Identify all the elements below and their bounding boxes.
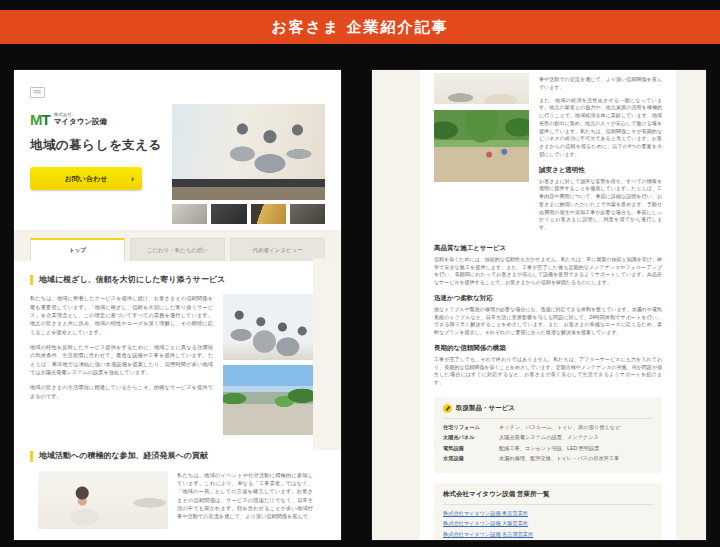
- paragraph: 地域の皆さまの生活環境に精通しているからこそ、的確なサービスを提供できるのです。: [30, 383, 213, 400]
- contact-button[interactable]: お問い合わせ ›: [30, 167, 142, 190]
- service-row: 水道設備 水漏れ修理、配管交換、トイレ・バスの排水管工事: [443, 455, 653, 462]
- chevron-right-icon: ›: [131, 174, 134, 184]
- hero-headline: 地域の暮らしを支える: [30, 137, 162, 154]
- conversation-photo-cropped: [434, 73, 529, 104]
- office-link-tokyo[interactable]: 株式会社マイタウン設備 東京営業所: [443, 510, 653, 517]
- subsection-speed: 迅速かつ柔軟な対応 急なトラブルや緊急の修理が必要な場合にも、迅速に対応できる体…: [434, 294, 662, 337]
- conversation-photo: [38, 471, 168, 529]
- tools-icon: [443, 404, 452, 413]
- article-page-right: 事や活動での交流を通じて、より深い信頼関係を育んでいます。 また、地域の経済を活…: [372, 70, 706, 540]
- service-label: 電気設備: [443, 445, 499, 452]
- article-content-left: 地域に根ざし、信頼を大切にした寄り添うサービス 私たちは、地域に密着したサービス…: [14, 261, 341, 529]
- tab-bar: トップ こだわり・私たちの想い 代表者インタビュー: [14, 230, 341, 261]
- service-row: 住宅リフォーム キッチン、バスルーム、トイレ、床の張り替えなど: [443, 424, 653, 431]
- office-link-nagoya[interactable]: 株式会社マイタウン設備 名古屋営業所: [443, 531, 653, 538]
- subsection-heading: 誠実さと透明性: [539, 166, 662, 175]
- header-banner: お客さま 企業紹介記事: [0, 10, 720, 44]
- callcenter-photo: [223, 294, 313, 360]
- tab-interview[interactable]: 代表者インタビュー: [230, 238, 325, 261]
- article-content-right: 事や活動での交流を通じて、より深い信頼関係を育んでいます。 また、地域の経済を活…: [420, 70, 676, 540]
- gallery-thumbnail[interactable]: [211, 204, 246, 224]
- screenshot-root: お客さま 企業紹介記事 PR MT 株式会社 マイタウン設備 地域の暮らしを支え…: [0, 0, 720, 547]
- company-logo[interactable]: MT 株式会社 マイタウン設備: [30, 112, 162, 127]
- section-local-service: 地域に根ざし、信頼を大切にした寄り添うサービス 私たちは、地域に密着したサービス…: [30, 275, 313, 435]
- pr-badge: PR: [30, 87, 45, 98]
- tab-top[interactable]: トップ: [30, 238, 125, 261]
- gallery-thumbnail[interactable]: [172, 204, 207, 224]
- office-link-osaka[interactable]: 株式会社マイタウン設備 大阪営業所: [443, 520, 653, 527]
- paragraph: お客さまに対して誠実な姿勢を持ち、すべての情報を透明に提供することを徹底していま…: [539, 178, 662, 232]
- paragraph: 私たちは、地域のイベントや社会活動に積極的に参加しています。これにより、単なる「…: [177, 471, 313, 522]
- contact-button-label: お問い合わせ: [65, 174, 108, 184]
- banner-title: お客さま 企業紹介記事: [271, 18, 448, 37]
- service-label: 住宅リフォーム: [443, 424, 499, 431]
- section-heading: 地域に根ざし、信頼を大切にした寄り添うサービス: [30, 275, 313, 285]
- offices-box-title: 株式会社マイタウン設備 営業所一覧: [443, 490, 653, 505]
- service-value: 水漏れ修理、配管交換、トイレ・バスの排水管工事: [499, 455, 619, 462]
- service-row: 太陽光パネル 太陽光発電システムの設置、メンテナンス: [443, 434, 653, 441]
- hero-photo: [172, 104, 325, 200]
- gallery-thumbnail[interactable]: [290, 204, 325, 224]
- paragraph: 地域の特性を反映したサービス提供をするために、地域ごとに異なる住環境の気候条件、…: [30, 343, 213, 376]
- services-box-title: 取扱製品・サービス: [456, 404, 515, 413]
- offices-box: 株式会社マイタウン設備 営業所一覧 株式会社マイタウン設備 東京営業所 株式会社…: [434, 483, 662, 540]
- article-page-left: PR MT 株式会社 マイタウン設備 地域の暮らしを支える お問い合わせ ›: [14, 70, 341, 540]
- subsection-longterm: 長期的な信頼関係の構築 工事が完了しても、それで終わりではありません。私たちは、…: [434, 344, 662, 387]
- service-label: 太陽光パネル: [443, 434, 499, 441]
- paragraph: 急なトラブルや緊急の修理が必要な場合にも、迅速に対応できる体制を整えています。水…: [434, 306, 662, 337]
- section-heading: 地域活動への積極的な参加、経済発展への貢献: [30, 451, 313, 461]
- subsection-heading: 高品質な施工とサービス: [434, 244, 662, 253]
- service-value: 太陽光発電システムの設置、メンテナンス: [499, 434, 599, 441]
- subsection-quality: 高品質な施工とサービス 信頼を築くためには、技術的な信頼性も欠かせません。私たち…: [434, 244, 662, 287]
- service-row: 電気設備 配線工事、コンセント増設、LED 照明設置: [443, 445, 653, 452]
- subsection-heading: 迅速かつ柔軟な対応: [434, 294, 662, 303]
- service-label: 水道設備: [443, 455, 499, 462]
- service-value: 配線工事、コンセント増設、LED 照明設置: [499, 445, 599, 452]
- paragraph: 工事が完了しても、それで終わりではありません。私たちは、アフターサービスにも力を…: [434, 356, 662, 387]
- residential-street-photo: [223, 365, 313, 435]
- paragraph: 信頼を築くためには、技術的な信頼性も欠かせません。私たちは、常に最新の技術と知識…: [434, 256, 662, 287]
- tab-philosophy[interactable]: こだわり・私たちの想い: [130, 238, 225, 261]
- subsection-heading: 長期的な信頼関係の構築: [434, 344, 662, 353]
- paragraph: 事や活動での交流を通じて、より深い信頼関係を育んでいます。: [539, 76, 662, 92]
- park-cleanup-photo: [434, 110, 529, 182]
- paragraph: 私たちは、地域に密着したサービスを提供し続け、お客さまとの信頼関係を最も重要視し…: [30, 294, 213, 336]
- site-header: PR MT 株式会社 マイタウン設備 地域の暮らしを支える お問い合わせ ›: [14, 70, 341, 230]
- logo-mark-icon: MT: [30, 112, 50, 127]
- gallery-thumbnails: [172, 204, 325, 224]
- page-background-strip: [313, 258, 341, 450]
- paragraph: また、地域の経済を活性化させる一助になっています。地元の業者との協力や、地元資源…: [539, 97, 662, 159]
- company-name: マイタウン設備: [54, 117, 107, 127]
- section-community: 地域活動への積極的な参加、経済発展への貢献 私たちは、地域のイベントや社会活動に…: [30, 451, 313, 528]
- service-value: キッチン、バスルーム、トイレ、床の張り替えなど: [499, 424, 620, 431]
- gallery-thumbnail[interactable]: [251, 204, 286, 224]
- services-box: 取扱製品・サービス 住宅リフォーム キッチン、バスルーム、トイレ、床の張り替えな…: [434, 397, 662, 473]
